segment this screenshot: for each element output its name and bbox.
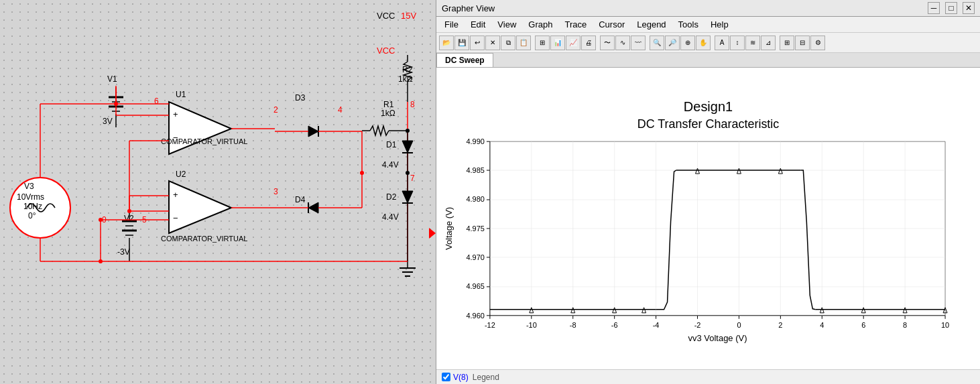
svg-text:U1: U1	[176, 90, 186, 99]
svg-point-100	[360, 171, 364, 175]
tb-copy2[interactable]: ⊞	[780, 36, 794, 50]
svg-text:4.990: 4.990	[466, 137, 484, 145]
tb-marker[interactable]: ⊿	[761, 36, 776, 50]
svg-marker-48	[169, 181, 231, 233]
circuit-panel: VCC 15V VCC R2 1kΩ R1 1kΩ 8 D1 4.4V 7	[0, 0, 436, 384]
trace-checkbox[interactable]	[442, 373, 450, 381]
chart-title-line1: Design1	[684, 99, 733, 114]
tb-wave1[interactable]: 〜	[600, 36, 615, 50]
menu-tools[interactable]: Tools	[673, 18, 704, 31]
x-axis-label: vv3 Voltage (V)	[688, 333, 747, 343]
svg-text:6: 6	[154, 97, 159, 106]
svg-text:0: 0	[737, 321, 741, 329]
svg-text:U2: U2	[176, 170, 186, 179]
svg-text:8: 8	[410, 100, 415, 109]
menu-help[interactable]: Help	[705, 18, 734, 31]
tb-paste[interactable]: 📋	[516, 36, 531, 50]
svg-text:0°: 0°	[28, 211, 36, 220]
svg-text:1kΩ: 1kΩ	[381, 109, 395, 118]
svg-text:4.4V: 4.4V	[382, 160, 399, 170]
svg-point-95	[99, 259, 103, 263]
chart-area[interactable]: Design1 DC Transfer Characteristic Volta…	[436, 68, 980, 369]
svg-point-103	[406, 171, 410, 175]
menu-legend[interactable]: Legend	[631, 18, 671, 31]
toolbar: 📂 💾 ↩ ✕ ⧉ 📋 ⊞ 📊 📈 🖨 〜 ∿ 〰 🔍 🔎 ⊕ ✋ A ↕ ≋ …	[436, 33, 980, 53]
close-button[interactable]: ✕	[963, 2, 975, 14]
svg-text:6: 6	[861, 321, 865, 329]
tb-pan[interactable]: ✋	[696, 36, 711, 50]
tb-zoom-out[interactable]: 🔎	[665, 36, 680, 50]
svg-text:4: 4	[820, 321, 824, 329]
svg-text:4.4V: 4.4V	[382, 212, 399, 222]
svg-text:3: 3	[273, 187, 278, 196]
tb-zoom-fit[interactable]: ⊕	[680, 36, 695, 50]
tb-save[interactable]: 💾	[454, 36, 469, 50]
svg-text:+: +	[173, 109, 178, 119]
svg-text:V3: V3	[24, 182, 34, 191]
tb-print[interactable]: 🖨	[581, 36, 596, 50]
svg-text:-2: -2	[694, 321, 701, 329]
menu-cursor[interactable]: Cursor	[593, 18, 630, 31]
svg-text:10Vrms: 10Vrms	[17, 192, 44, 202]
svg-text:V1: V1	[107, 74, 117, 84]
svg-text:R1: R1	[383, 100, 394, 109]
svg-text:4.970: 4.970	[466, 253, 484, 261]
tb-cursor2[interactable]: ↕	[730, 36, 745, 50]
tb-chart2[interactable]: 📈	[566, 36, 580, 50]
svg-text:15V: 15V	[401, 11, 416, 21]
vcc-label: VCC	[377, 11, 395, 21]
svg-text:D4: D4	[295, 195, 306, 204]
svg-text:-4: -4	[653, 321, 660, 329]
trace-label: V(8)	[453, 373, 469, 382]
tb-zoom-in[interactable]: 🔍	[650, 36, 664, 50]
svg-text:COMPARATOR_VIRTUAL: COMPARATOR_VIRTUAL	[161, 235, 247, 243]
svg-text:2: 2	[778, 321, 782, 329]
tb-grid[interactable]: ⊞	[535, 36, 550, 50]
maximize-button[interactable]: □	[945, 2, 957, 14]
grapher-panel: Grapher View ─ □ ✕ File Edit View Graph …	[436, 0, 980, 384]
menu-file[interactable]: File	[439, 18, 464, 31]
tb-chart-bar[interactable]: 📊	[550, 36, 565, 50]
svg-point-83	[114, 102, 118, 106]
svg-text:3V: 3V	[103, 117, 113, 126]
svg-text:7: 7	[410, 174, 415, 183]
tb-undo[interactable]: ↩	[470, 36, 485, 50]
svg-text:D2: D2	[386, 192, 397, 202]
svg-marker-38	[308, 202, 318, 213]
menu-trace[interactable]: Trace	[559, 18, 592, 31]
minimize-button[interactable]: ─	[928, 2, 940, 14]
legend-label: Legend	[473, 373, 499, 382]
svg-point-104	[99, 218, 103, 222]
svg-text:−: −	[173, 213, 178, 223]
tab-bar: DC Sweep	[436, 53, 980, 68]
svg-text:4: 4	[338, 105, 343, 115]
svg-marker-31	[308, 126, 318, 137]
svg-marker-15	[402, 141, 413, 153]
svg-text:4.960: 4.960	[466, 312, 484, 320]
menu-edit[interactable]: Edit	[465, 18, 491, 31]
tb-delete[interactable]: ✕	[485, 36, 500, 50]
tab-dc-sweep[interactable]: DC Sweep	[436, 53, 493, 67]
tb-text[interactable]: A	[715, 36, 729, 50]
tb-wave3[interactable]: 〰	[631, 36, 646, 50]
grapher-titlebar: Grapher View ─ □ ✕	[436, 0, 980, 17]
menu-graph[interactable]: Graph	[523, 18, 558, 31]
svg-text:4.985: 4.985	[466, 166, 484, 174]
svg-text:-6: -6	[611, 321, 618, 329]
svg-text:D3: D3	[295, 93, 306, 103]
tb-copy[interactable]: ⧉	[501, 36, 515, 50]
svg-text:D1: D1	[386, 140, 397, 149]
tb-paste2[interactable]: ⊟	[795, 36, 810, 50]
svg-text:−: −	[173, 133, 178, 143]
tb-wave2[interactable]: ∿	[615, 36, 630, 50]
tb-settings[interactable]: ⚙	[810, 36, 825, 50]
svg-marker-101	[429, 228, 436, 239]
legend-bar: V(8) Legend	[436, 369, 980, 384]
svg-text:-12: -12	[485, 321, 495, 329]
svg-text:VCC: VCC	[377, 46, 395, 56]
svg-marker-22	[402, 191, 413, 203]
tb-wave4[interactable]: ≋	[745, 36, 760, 50]
y-axis-label: Voltage (V)	[444, 207, 454, 250]
tb-open[interactable]: 📂	[439, 36, 454, 50]
menu-view[interactable]: View	[492, 18, 522, 31]
